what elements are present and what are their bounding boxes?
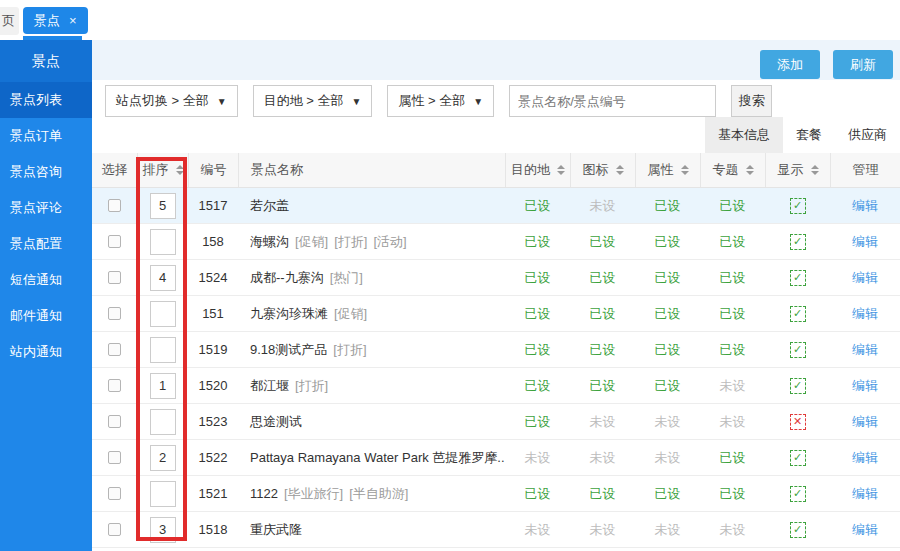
- display-cell: ✓: [765, 512, 830, 547]
- sort-cell: 4: [137, 260, 188, 295]
- display-toggle-icon[interactable]: ✓: [790, 486, 806, 502]
- column-header-topic[interactable]: 专题: [700, 153, 765, 187]
- name-cell: 1122 [毕业旅行][半自助游]: [238, 476, 505, 511]
- attribute-filter-select[interactable]: 属性 > 全部 ▼: [387, 85, 494, 117]
- sort-order-input[interactable]: [150, 229, 176, 255]
- display-toggle-icon[interactable]: ✕: [790, 414, 806, 430]
- icon-status: 未设: [570, 188, 635, 223]
- sort-order-input[interactable]: 4: [150, 265, 176, 291]
- sort-icon[interactable]: [616, 165, 624, 175]
- sidebar-item-6[interactable]: 邮件通知: [0, 298, 92, 334]
- edit-link[interactable]: 编辑: [852, 413, 878, 431]
- sort-icon[interactable]: [811, 165, 819, 175]
- name-cell: 都江堰 [打折]: [238, 368, 505, 403]
- edit-link[interactable]: 编辑: [852, 485, 878, 503]
- manage-cell: 编辑: [830, 332, 900, 367]
- sort-icon[interactable]: [176, 165, 184, 175]
- sidebar-item-5[interactable]: 短信通知: [0, 262, 92, 298]
- tag-label: [毕业旅行]: [284, 485, 343, 503]
- sort-order-input[interactable]: [150, 301, 176, 327]
- sort-cell: [137, 476, 188, 511]
- table-row: 3 1518 重庆武隆 未设 未设 未设 未设 ✓ 编辑: [92, 512, 900, 548]
- sidebar-item-1[interactable]: 景点订单: [0, 118, 92, 154]
- sidebar-item-4[interactable]: 景点配置: [0, 226, 92, 262]
- topic-status: 已设: [700, 224, 765, 259]
- row-checkbox[interactable]: [108, 379, 121, 392]
- column-header-destination[interactable]: 目的地: [505, 153, 570, 187]
- site-filter-select[interactable]: 站点切换 > 全部 ▼: [105, 85, 238, 117]
- add-button[interactable]: 添加: [760, 50, 820, 79]
- edit-link[interactable]: 编辑: [852, 341, 878, 359]
- row-checkbox[interactable]: [108, 199, 121, 212]
- destination-status: 已设: [505, 260, 570, 295]
- sort-order-input[interactable]: [150, 481, 176, 507]
- row-checkbox[interactable]: [108, 487, 121, 500]
- destination-filter-select[interactable]: 目的地 > 全部 ▼: [253, 85, 373, 117]
- column-header-icon[interactable]: 图标: [570, 153, 635, 187]
- edit-link[interactable]: 编辑: [852, 377, 878, 395]
- destination-status: 已设: [505, 188, 570, 223]
- sort-order-input[interactable]: [150, 337, 176, 363]
- tab-scenic-spot[interactable]: 景点 ×: [23, 7, 88, 34]
- sidebar-item-7[interactable]: 站内通知: [0, 334, 92, 370]
- row-checkbox[interactable]: [108, 271, 121, 284]
- row-checkbox[interactable]: [108, 343, 121, 356]
- sort-cell: [137, 404, 188, 439]
- display-toggle-icon[interactable]: ✓: [790, 378, 806, 394]
- view-tab-1[interactable]: 套餐: [783, 117, 835, 153]
- column-header-name: 景点名称: [238, 153, 505, 187]
- sort-icon[interactable]: [681, 165, 689, 175]
- display-toggle-icon[interactable]: ✓: [790, 306, 806, 322]
- view-tab-2[interactable]: 供应商: [835, 117, 900, 153]
- column-header-sort[interactable]: 排序: [137, 153, 188, 187]
- search-button[interactable]: 搜索: [731, 85, 772, 117]
- display-toggle-icon[interactable]: ✓: [790, 342, 806, 358]
- column-header-attribute[interactable]: 属性: [635, 153, 700, 187]
- display-cell: ✓: [765, 188, 830, 223]
- sort-cell: 1: [137, 368, 188, 403]
- icon-status: 已设: [570, 476, 635, 511]
- edit-link[interactable]: 编辑: [852, 449, 878, 467]
- column-header-id: 编号: [188, 153, 238, 187]
- close-icon[interactable]: ×: [69, 13, 77, 28]
- display-toggle-icon[interactable]: ✓: [790, 522, 806, 538]
- display-toggle-icon[interactable]: ✓: [790, 198, 806, 214]
- chevron-down-icon: ▼: [352, 96, 362, 107]
- destination-filter-label: 目的地 > 全部: [264, 92, 344, 110]
- edit-link[interactable]: 编辑: [852, 305, 878, 323]
- sort-icon[interactable]: [557, 165, 565, 175]
- search-input[interactable]: [509, 85, 716, 117]
- tab-home-partial[interactable]: 页: [0, 7, 19, 35]
- column-header-display[interactable]: 显示: [765, 153, 830, 187]
- sort-order-input[interactable]: [150, 409, 176, 435]
- display-toggle-icon[interactable]: ✓: [790, 270, 806, 286]
- refresh-button[interactable]: 刷新: [833, 50, 893, 79]
- sidebar-item-3[interactable]: 景点评论: [0, 190, 92, 226]
- row-checkbox[interactable]: [108, 307, 121, 320]
- manage-cell: 编辑: [830, 260, 900, 295]
- destination-status: 已设: [505, 368, 570, 403]
- edit-link[interactable]: 编辑: [852, 197, 878, 215]
- sidebar-item-2[interactable]: 景点咨询: [0, 154, 92, 190]
- sort-icon[interactable]: [746, 165, 754, 175]
- sidebar-item-0[interactable]: 景点列表: [0, 82, 92, 118]
- table-row: 151 九寨沟珍珠滩 [促销] 已设 已设 已设 已设 ✓ 编辑: [92, 296, 900, 332]
- manage-cell: 编辑: [830, 476, 900, 511]
- sort-order-input[interactable]: 1: [150, 373, 176, 399]
- destination-status: 已设: [505, 224, 570, 259]
- view-tab-0[interactable]: 基本信息: [705, 117, 783, 153]
- name-cell: 九寨沟珍珠滩 [促销]: [238, 296, 505, 331]
- edit-link[interactable]: 编辑: [852, 521, 878, 539]
- select-cell: [92, 188, 137, 223]
- edit-link[interactable]: 编辑: [852, 233, 878, 251]
- edit-link[interactable]: 编辑: [852, 269, 878, 287]
- display-toggle-icon[interactable]: ✓: [790, 234, 806, 250]
- sort-order-input[interactable]: 2: [150, 445, 176, 471]
- row-checkbox[interactable]: [108, 415, 121, 428]
- row-checkbox[interactable]: [108, 235, 121, 248]
- row-checkbox[interactable]: [108, 523, 121, 536]
- row-checkbox[interactable]: [108, 451, 121, 464]
- display-toggle-icon[interactable]: ✓: [790, 450, 806, 466]
- sort-order-input[interactable]: 3: [150, 517, 176, 543]
- sort-order-input[interactable]: 5: [150, 193, 176, 219]
